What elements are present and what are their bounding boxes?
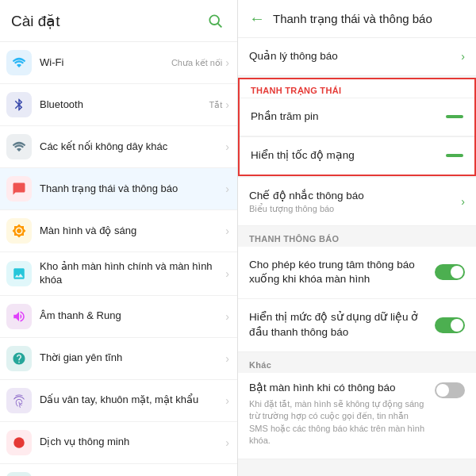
display-label: Màn hình và độ sáng: [40, 225, 222, 238]
status-bar-right: ›: [222, 182, 229, 195]
network-speed-item[interactable]: Hiển thị tốc độ mạng: [240, 136, 474, 175]
assist-icon: [6, 472, 32, 476]
bluetooth-label: Bluetooth: [40, 98, 206, 112]
quiet-label: Thời gian yên tĩnh: [40, 351, 222, 365]
section-status-label: THANH TRẠNG THÁI: [240, 79, 474, 98]
wallpaper-right: ›: [222, 267, 229, 280]
wifi-arrow: ›: [225, 56, 229, 69]
notif-mode-arrow: ›: [461, 195, 465, 208]
biometrics-icon: [6, 388, 32, 413]
left-panel-title: Cài đặt: [11, 12, 60, 30]
smart-right: ›: [222, 436, 229, 449]
battery-pct-item[interactable]: Phần trăm pin: [240, 98, 474, 136]
sidebar-item-wallpaper[interactable]: Kho ảnh màn hình chính và màn hình khóa …: [0, 252, 237, 296]
battery-pct-label: Phần trăm pin: [251, 109, 446, 125]
svg-point-2: [13, 437, 25, 448]
wake-screen-toggle[interactable]: [435, 382, 465, 398]
other-conn-arrow: ›: [225, 140, 229, 153]
left-header: Cài đặt: [0, 0, 237, 42]
right-header: ← Thanh trạng thái và thông báo: [238, 0, 476, 38]
status-bar-arrow: ›: [225, 182, 229, 195]
wifi-right: Chưa kết nối ›: [168, 56, 229, 69]
network-speed-label: Hiển thị tốc độ mạng: [251, 148, 446, 163]
sidebar-item-status-bar[interactable]: Thanh trạng thái và thông báo ›: [0, 168, 237, 210]
wallpaper-arrow: ›: [225, 267, 229, 280]
pull-down-item[interactable]: Cho phép kéo trung tâm thông báo xuống k…: [238, 247, 476, 300]
wake-screen-item[interactable]: Bật màn hình khi có thông báo Khi đặt tắ…: [238, 373, 476, 459]
quiet-arrow: ›: [225, 352, 229, 365]
notif-mode-sub: Biểu tượng thông báo: [249, 204, 461, 214]
wake-screen-label: Bật màn hình khi có thông báo: [249, 381, 428, 396]
sound-label: Âm thanh & Rung: [40, 309, 222, 323]
section-other-label: Khác: [238, 354, 476, 373]
biometrics-arrow: ›: [225, 394, 229, 407]
data-usage-item[interactable]: Hiển thị mức độ sử dụng dữ liệu ở đầu th…: [238, 299, 476, 352]
manage-notif-label: Quản lý thông báo: [249, 49, 461, 64]
bluetooth-right: Tắt ›: [206, 98, 229, 111]
wallpaper-icon: [6, 261, 32, 286]
smart-icon: [6, 430, 32, 455]
sidebar-item-assist[interactable]: Hỗ trợ thuận tiện ›: [0, 464, 237, 476]
notif-mode-label: Chế độ nhắc thông báo: [249, 189, 461, 204]
right-panel-title: Thanh trạng thái và thông báo: [273, 12, 465, 26]
bluetooth-icon: [6, 92, 32, 117]
notif-mode-item[interactable]: Chế độ nhắc thông báo Biểu tượng thông b…: [238, 178, 476, 226]
quiet-icon: [6, 346, 32, 371]
sidebar-item-wifi[interactable]: Wi-Fi Chưa kết nối ›: [0, 42, 237, 84]
display-icon: [6, 218, 32, 244]
back-button[interactable]: ←: [249, 10, 265, 28]
left-panel: Cài đặt Wi-Fi Chưa kết nối › Bluetooth: [0, 0, 238, 476]
sound-arrow: ›: [225, 310, 229, 323]
wallpaper-label: Kho ảnh màn hình chính và màn hình khóa: [40, 260, 222, 287]
pull-down-toggle[interactable]: [435, 264, 465, 280]
data-usage-toggle[interactable]: [435, 317, 465, 333]
bluetooth-status: Tắt: [209, 100, 223, 110]
network-speed-indicator: [446, 154, 463, 157]
sidebar-item-sound[interactable]: Âm thanh & Rung ›: [0, 296, 237, 338]
manage-notif-item[interactable]: Quản lý thông báo ›: [238, 38, 476, 76]
other-conn-label: Các kết nối không dây khác: [40, 140, 222, 154]
status-bar-label: Thanh trạng thái và thông báo: [40, 182, 222, 196]
sidebar-item-biometrics[interactable]: Dấu vân tay, khuôn mặt, mật khẩu ›: [0, 380, 237, 422]
data-usage-label: Hiển thị mức độ sử dụng dữ liệu ở đầu th…: [249, 310, 435, 340]
wifi-status: Chưa kết nối: [171, 58, 222, 68]
smart-label: Dịch vụ thông minh: [40, 436, 222, 449]
sound-right: ›: [222, 310, 229, 323]
right-content: Quản lý thông báo › THANH TRẠNG THÁI Phầ…: [238, 38, 476, 476]
sidebar-item-bluetooth[interactable]: Bluetooth Tắt ›: [0, 84, 237, 126]
right-panel: ← Thanh trạng thái và thông báo Quản lý …: [238, 0, 476, 476]
svg-point-0: [209, 15, 219, 25]
status-bar-icon: [6, 176, 32, 202]
sidebar-item-smart[interactable]: Dịch vụ thông minh ›: [0, 422, 237, 464]
display-arrow: ›: [225, 225, 229, 237]
bluetooth-arrow: ›: [225, 98, 229, 111]
sound-icon: [6, 304, 32, 329]
section-notif-label: THANH THÔNG BÁO: [238, 228, 476, 247]
manage-notif-arrow: ›: [461, 50, 465, 63]
sidebar-item-display[interactable]: Màn hình và độ sáng ›: [0, 210, 237, 252]
wake-screen-content: Bật màn hình khi có thông báo Khi đặt tắ…: [249, 381, 435, 447]
wake-screen-sub: Khi đặt tắt, màn hình sẽ không tự động s…: [249, 398, 428, 447]
search-button[interactable]: [204, 10, 226, 32]
sidebar-item-quiet[interactable]: Thời gian yên tĩnh ›: [0, 338, 237, 380]
notif-mode-content: Chế độ nhắc thông báo Biểu tượng thông b…: [249, 189, 461, 214]
pull-down-label: Cho phép kéo trung tâm thông báo xuống k…: [249, 258, 435, 288]
sidebar-item-other-conn[interactable]: Các kết nối không dây khác ›: [0, 126, 237, 168]
quiet-right: ›: [222, 352, 229, 365]
wifi-icon: [6, 50, 32, 75]
biometrics-label: Dấu vân tay, khuôn mặt, mật khẩu: [40, 393, 222, 407]
other-conn-icon: [6, 134, 32, 159]
battery-pct-indicator: [446, 115, 463, 118]
other-conn-right: ›: [222, 140, 229, 153]
display-right: ›: [222, 225, 229, 237]
svg-line-1: [218, 24, 222, 28]
wifi-label: Wi-Fi: [40, 56, 168, 70]
smart-arrow: ›: [225, 436, 229, 449]
biometrics-right: ›: [222, 394, 229, 407]
settings-list: Wi-Fi Chưa kết nối › Bluetooth Tắt › Các…: [0, 42, 237, 476]
